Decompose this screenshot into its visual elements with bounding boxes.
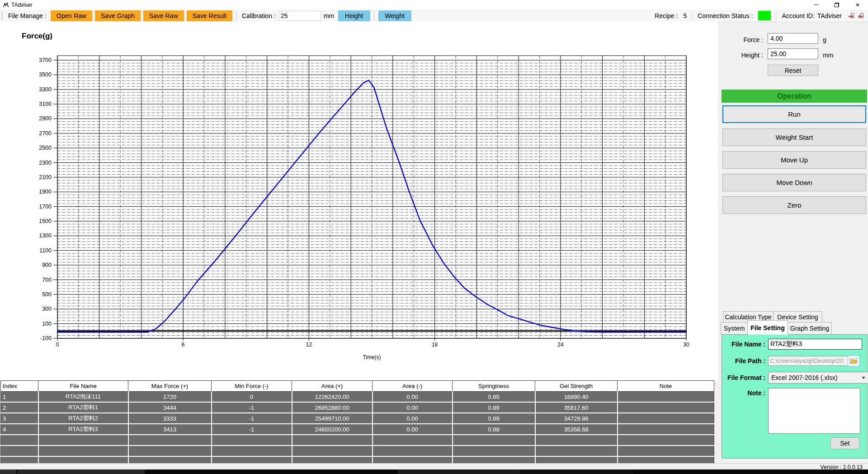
results-table-region: IndexFile NameMax Force (+)Min Force (-)… — [0, 380, 715, 463]
toolbar-separator — [374, 11, 375, 21]
recipe-value: 5 — [683, 12, 687, 19]
table-empty-row[interactable] — [1, 446, 714, 456]
svg-text:500: 500 — [42, 291, 52, 298]
svg-text:12: 12 — [306, 341, 312, 348]
table-cell: -1 — [212, 402, 292, 413]
open-raw-button[interactable]: Open Raw — [51, 10, 92, 21]
force-label: Force : — [731, 36, 763, 43]
minimize-button[interactable] — [806, 0, 826, 9]
svg-text:700: 700 — [42, 277, 52, 283]
set-button[interactable]: Set — [830, 437, 859, 449]
run-button[interactable]: Run — [722, 105, 866, 123]
table-row[interactable]: 1RTA2泡沫1111720012262420.000.000.8516890.… — [1, 392, 714, 403]
table-row[interactable]: 2RTA2塑料13444-126852880.000.000.8935817.6… — [1, 402, 714, 413]
restore-button[interactable] — [826, 0, 847, 9]
svg-text:18: 18 — [432, 341, 438, 348]
force-chart: -100100300500700900110013001500170019002… — [0, 22, 718, 381]
table-cell — [618, 435, 714, 446]
height-label: Height : — [731, 52, 763, 59]
recipe-label: Recipe : — [655, 12, 678, 19]
taskbar-segment — [0, 469, 16, 474]
table-cell — [618, 413, 714, 424]
table-header-cell: File Name — [38, 381, 128, 392]
file-path-field: C:\Users\aiyaziji\Desktop\20 — [768, 356, 849, 366]
svg-text:2100: 2100 — [39, 174, 52, 180]
table-cell — [1, 435, 38, 446]
table-cell — [292, 435, 373, 446]
weight-start-button[interactable]: Weight Start — [722, 128, 866, 146]
app-icon — [3, 2, 9, 8]
table-cell: 35817.60 — [535, 402, 618, 413]
taskbar-segment — [520, 469, 633, 474]
svg-text:3100: 3100 — [39, 101, 52, 107]
table-cell: 0.89 — [453, 413, 535, 424]
table-cell — [453, 456, 535, 463]
table-cell — [128, 435, 212, 446]
force-unit: g — [823, 36, 826, 43]
save-graph-button[interactable]: Save Graph — [95, 10, 141, 21]
weight-mode-button[interactable]: Weight — [378, 10, 411, 21]
taskbar — [0, 469, 868, 474]
table-cell — [618, 402, 714, 413]
table-cell: 2 — [1, 402, 38, 413]
taskbar-segment — [17, 469, 145, 474]
table-empty-row[interactable] — [1, 456, 714, 463]
file-name-input[interactable] — [768, 339, 862, 350]
tab-file-setting[interactable]: File Setting — [747, 320, 788, 335]
browse-folder-button[interactable] — [848, 355, 860, 367]
close-button[interactable]: ✕ — [847, 0, 868, 9]
calibration-label: Calibration : — [242, 12, 276, 19]
operation-header: Operation — [722, 90, 867, 103]
zero-button[interactable]: Zero — [722, 196, 866, 214]
svg-text:3500: 3500 — [39, 71, 52, 78]
table-cell — [618, 446, 714, 456]
height-input[interactable] — [768, 48, 818, 59]
table-cell — [212, 456, 292, 463]
table-cell: RTA2塑料1 — [38, 402, 128, 413]
height-mode-button[interactable]: Height — [338, 10, 370, 21]
connection-status-label: Connection Status : — [698, 12, 753, 19]
table-row[interactable]: 4RTA2塑料33413-124650200.000.000.8835358.6… — [1, 424, 714, 435]
table-cell: -1 — [212, 424, 292, 435]
table-row[interactable]: 3RTA2塑料23333-125499710.000.000.8934729.8… — [1, 413, 714, 424]
save-raw-button[interactable]: Save Raw — [143, 10, 184, 21]
force-input[interactable] — [768, 33, 818, 44]
tab-system[interactable]: System — [721, 322, 748, 335]
table-cell: 0.00 — [373, 424, 453, 435]
table-cell — [535, 446, 618, 456]
table-cell — [292, 456, 373, 463]
save-result-button[interactable]: Save Result — [187, 10, 232, 21]
table-cell — [453, 446, 535, 456]
table-cell — [618, 424, 714, 435]
login-icon[interactable] — [848, 12, 855, 19]
table-cell — [1, 446, 38, 456]
move-up-button[interactable]: Move Up — [722, 151, 866, 169]
svg-text:2700: 2700 — [39, 130, 52, 137]
account-id-label: Account ID: — [782, 12, 814, 19]
table-empty-row[interactable] — [1, 435, 714, 446]
y-axis-title: Force(g) — [22, 32, 52, 41]
svg-text:30: 30 — [683, 341, 689, 348]
table-cell — [453, 435, 535, 446]
table-header-cell: Max Force (+) — [128, 381, 212, 392]
table-header-row: IndexFile NameMax Force (+)Min Force (-)… — [1, 381, 714, 392]
move-down-button[interactable]: Move Down — [722, 174, 866, 191]
table-cell — [535, 456, 618, 463]
table-cell: 3413 — [128, 424, 212, 435]
table-cell: 0.85 — [453, 392, 535, 403]
svg-text:300: 300 — [42, 306, 52, 312]
chevron-down-icon — [862, 377, 865, 379]
file-format-select[interactable]: Excel 2007-2016 (.xlsx) — [768, 372, 868, 384]
reset-button[interactable]: Reset — [768, 65, 818, 76]
toolbar-grip — [1, 11, 3, 20]
file-format-label: File Format : — [724, 374, 765, 381]
table-cell: 0 — [212, 392, 292, 403]
table-cell: 25499710.00 — [292, 413, 373, 424]
status-bar: Version : 2.0.0.13 — [0, 463, 868, 470]
table-cell: RTA2塑料3 — [38, 424, 128, 435]
calibration-input[interactable] — [278, 11, 321, 21]
note-textarea[interactable] — [768, 388, 860, 434]
table-cell: 24650200.00 — [292, 424, 373, 435]
tab-graph-setting[interactable]: Graph Setting — [788, 322, 832, 335]
logout-icon[interactable] — [858, 12, 864, 19]
